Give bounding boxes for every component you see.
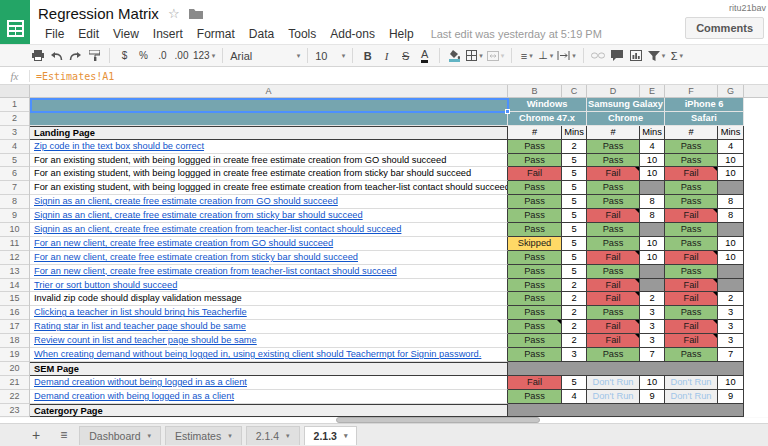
column-header-g[interactable]: G bbox=[718, 85, 744, 97]
increase-decimals-button[interactable]: .00 bbox=[172, 46, 191, 66]
status-cell[interactable]: Pass bbox=[508, 279, 562, 293]
status-cell[interactable]: Pass bbox=[587, 223, 640, 237]
status-cell[interactable]: Pass bbox=[508, 390, 562, 404]
column-header-f[interactable]: F bbox=[665, 85, 718, 97]
matrix-header-cell[interactable]: Mins bbox=[640, 126, 665, 140]
mins-cell[interactable]: 5 bbox=[562, 181, 587, 195]
row-header-11[interactable]: 11 bbox=[0, 237, 29, 251]
status-cell[interactable]: Don't Run bbox=[587, 376, 640, 390]
menu-format[interactable]: Format bbox=[190, 27, 242, 41]
mins-cell[interactable]: 10 bbox=[640, 237, 665, 251]
menu-insert[interactable]: Insert bbox=[146, 27, 190, 41]
mins-cell[interactable]: 3 bbox=[640, 320, 665, 334]
row-header-9[interactable]: 9 bbox=[0, 209, 29, 223]
status-cell[interactable] bbox=[718, 181, 744, 195]
star-icon[interactable]: ☆ bbox=[168, 6, 180, 21]
status-cell[interactable]: Fail bbox=[587, 320, 640, 334]
row-header-14[interactable]: 14 bbox=[0, 279, 29, 293]
status-cell[interactable]: Fail bbox=[587, 209, 640, 223]
sheet-tab-estimates[interactable]: Estimates▾ bbox=[165, 426, 242, 445]
status-cell[interactable] bbox=[718, 223, 744, 237]
mins-cell[interactable]: 5 bbox=[562, 209, 587, 223]
mins-cell[interactable]: 4 bbox=[718, 140, 744, 154]
mins-cell[interactable]: 4 bbox=[640, 140, 665, 154]
matrix-header-cell[interactable]: # bbox=[665, 126, 718, 140]
merge-cells-button[interactable]: ▾ bbox=[485, 46, 507, 66]
status-cell[interactable]: Pass bbox=[508, 223, 562, 237]
font-size-select[interactable]: 10▾ bbox=[313, 46, 347, 66]
mins-cell[interactable]: 5 bbox=[562, 195, 587, 209]
column-header-c[interactable]: C bbox=[562, 85, 587, 97]
mins-cell[interactable]: 2 bbox=[562, 320, 587, 334]
mins-cell[interactable]: 5 bbox=[562, 251, 587, 265]
paint-format-icon[interactable] bbox=[85, 46, 104, 66]
text-color-button[interactable]: A bbox=[415, 46, 434, 66]
row-header-12[interactable]: 12 bbox=[0, 251, 29, 265]
cell-a2[interactable] bbox=[30, 112, 508, 126]
test-case-label[interactable]: Demand creation with being logged in as … bbox=[30, 390, 508, 404]
matrix-header-cell[interactable]: Mins bbox=[718, 126, 744, 140]
mins-cell[interactable]: 3 bbox=[718, 320, 744, 334]
row-header-1[interactable]: 1 bbox=[0, 98, 29, 112]
status-cell[interactable]: Pass bbox=[665, 265, 718, 279]
mins-cell[interactable]: 8 bbox=[718, 195, 744, 209]
mins-cell[interactable]: 2 bbox=[640, 292, 665, 306]
row-header-4[interactable]: 4 bbox=[0, 140, 29, 154]
comments-button[interactable]: Comments bbox=[685, 17, 764, 39]
section-label[interactable]: SEM Page bbox=[30, 362, 508, 376]
status-cell[interactable]: Fail bbox=[587, 292, 640, 306]
insert-chart-icon[interactable] bbox=[627, 46, 646, 66]
print-icon[interactable] bbox=[28, 46, 47, 66]
mins-cell[interactable]: 9 bbox=[640, 390, 665, 404]
strikethrough-button[interactable]: S bbox=[396, 46, 415, 66]
column-header-b[interactable]: B bbox=[508, 85, 562, 97]
status-cell[interactable]: Fail bbox=[587, 251, 640, 265]
status-cell[interactable]: Pass bbox=[587, 195, 640, 209]
fill-color-button[interactable] bbox=[445, 46, 464, 66]
test-case-label[interactable]: For an new client, create free estimate … bbox=[30, 237, 508, 251]
status-cell[interactable]: Pass bbox=[587, 348, 640, 362]
mins-cell[interactable]: 10 bbox=[718, 376, 744, 390]
status-cell[interactable]: Fail bbox=[665, 167, 718, 181]
device-cell[interactable]: iPhone 6 bbox=[665, 98, 744, 112]
mins-cell[interactable]: 7 bbox=[640, 348, 665, 362]
mins-cell[interactable]: 5 bbox=[562, 376, 587, 390]
mins-cell[interactable]: 2 bbox=[562, 279, 587, 293]
row-header-2[interactable]: 2 bbox=[0, 112, 29, 126]
test-case-label[interactable]: Signin as an client, create free estimat… bbox=[30, 209, 508, 223]
mins-cell[interactable]: 3 bbox=[640, 306, 665, 320]
test-case-label[interactable]: For an new client, create free estimate … bbox=[30, 251, 508, 265]
horizontal-align-button[interactable]: ≡▾ bbox=[517, 46, 536, 66]
vertical-align-button[interactable]: ⊥▾ bbox=[536, 46, 555, 66]
mins-cell[interactable]: 9 bbox=[718, 390, 744, 404]
column-header-d[interactable]: D bbox=[587, 85, 640, 97]
mins-cell[interactable]: 4 bbox=[562, 390, 587, 404]
test-case-label[interactable]: For an new client, create free estimate … bbox=[30, 265, 508, 279]
sheet-tab-2-1-3[interactable]: 2.1.3▾ bbox=[304, 426, 358, 445]
status-cell[interactable]: Fail bbox=[587, 334, 640, 348]
status-cell[interactable]: Pass bbox=[508, 292, 562, 306]
text-wrap-button[interactable]: ▾ bbox=[555, 46, 578, 66]
mins-cell[interactable]: 5 bbox=[562, 223, 587, 237]
row-header-21[interactable]: 21 bbox=[0, 376, 29, 390]
mins-cell[interactable]: 2 bbox=[718, 292, 744, 306]
row-header-13[interactable]: 13 bbox=[0, 265, 29, 279]
column-header-a[interactable]: A bbox=[30, 85, 508, 97]
mins-cell[interactable]: 3 bbox=[718, 334, 744, 348]
status-cell[interactable]: Pass bbox=[665, 348, 718, 362]
status-cell[interactable]: Fail bbox=[665, 279, 718, 293]
decrease-decimals-button[interactable]: .0 bbox=[153, 46, 172, 66]
status-cell[interactable]: Fail bbox=[587, 279, 640, 293]
status-cell[interactable]: Pass bbox=[508, 334, 562, 348]
menu-view[interactable]: View bbox=[106, 27, 146, 41]
borders-button[interactable]: ▾ bbox=[464, 46, 485, 66]
redo-icon[interactable] bbox=[66, 46, 85, 66]
status-cell[interactable]: Pass bbox=[508, 320, 562, 334]
all-sheets-icon[interactable]: ≡ bbox=[52, 428, 75, 442]
test-case-label[interactable]: Trier or sort button should succeed bbox=[30, 279, 508, 293]
mins-cell[interactable]: 10 bbox=[640, 154, 665, 168]
row-header-19[interactable]: 19 bbox=[0, 348, 29, 362]
chevron-down-icon[interactable]: ▾ bbox=[228, 432, 232, 440]
menu-data[interactable]: Data bbox=[242, 27, 281, 41]
chevron-down-icon[interactable]: ▾ bbox=[286, 432, 290, 440]
